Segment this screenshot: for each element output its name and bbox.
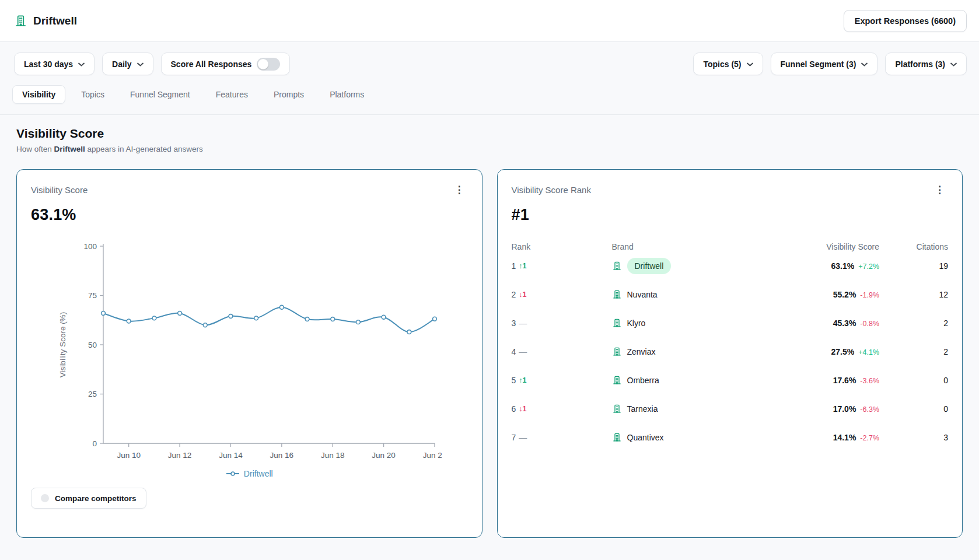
score-delta: -3.6% [860, 377, 879, 385]
brand-cell: Nuvanta [612, 289, 734, 299]
column-rank: Rank [512, 242, 612, 251]
rank-no-change-indicator: — [519, 347, 527, 356]
score-delta: +7.2% [858, 262, 879, 271]
table-row[interactable]: 2↓1Nuvanta55.2%-1.9%12 [512, 280, 949, 309]
legend-marker-icon [226, 471, 240, 477]
score-value: 17.0% [833, 404, 856, 414]
table-header: Rank Brand Visibility Score Citations [512, 242, 949, 251]
visibility-score-cell: 14.1%-2.7% [733, 433, 879, 442]
tab-visibility[interactable]: Visibility [12, 85, 65, 104]
rank-up-indicator: ↑1 [519, 376, 526, 384]
citations-cell: 19 [879, 261, 948, 271]
svg-text:25: 25 [88, 390, 97, 398]
svg-text:Visibility Score (%): Visibility Score (%) [58, 312, 67, 377]
building-icon [612, 375, 622, 385]
date-range-label: Last 30 days [24, 60, 73, 69]
rank-cell: 5↑1 [512, 376, 612, 385]
brand-name: Driftwell [627, 258, 672, 274]
table-row[interactable]: 3—Klyro45.3%-0.8%2 [512, 309, 949, 337]
filter-bar: Last 30 days Daily Score All Responses T… [0, 42, 979, 75]
toggle-knob [258, 59, 268, 69]
export-responses-button[interactable]: Export Responses (6600) [844, 10, 967, 32]
svg-text:Jun 14: Jun 14 [219, 451, 243, 460]
rank-number: 3 [512, 318, 516, 328]
rank-number: 7 [512, 433, 516, 442]
building-icon [612, 432, 622, 442]
tab-features[interactable]: Features [206, 85, 258, 104]
platforms-dropdown[interactable]: Platforms (3) [885, 52, 967, 75]
brand-name: Klyro [627, 318, 646, 328]
funnel-segment-label: Funnel Segment (3) [781, 60, 856, 69]
svg-text:Jun 22: Jun 22 [423, 451, 442, 460]
brand-name: Zenviax [627, 347, 656, 356]
rank-no-change-indicator: — [519, 318, 527, 328]
table-row[interactable]: 6↓1Tarnexia17.0%-6.3%0 [512, 394, 949, 423]
table-row[interactable]: 7—Quantivex14.1%-2.7%3 [512, 423, 949, 452]
rank-number: 5 [512, 376, 516, 385]
citations-cell: 0 [879, 376, 948, 385]
compare-competitors-button[interactable]: Compare competitors [31, 488, 146, 509]
brand-name: Quantivex [627, 433, 664, 442]
visibility-rank-value: #1 [512, 206, 949, 224]
table-row[interactable]: 5↑1Omberra17.6%-3.6%0 [512, 366, 949, 394]
compare-competitors-label: Compare competitors [55, 494, 137, 503]
line-chart-svg: 0255075100Jun 10Jun 12Jun 14Jun 16Jun 18… [57, 238, 442, 467]
brand-cell: Zenviax [612, 346, 734, 356]
score-delta: -6.3% [860, 405, 879, 414]
table-row[interactable]: 1↑1Driftwell63.1%+7.2%19 [512, 251, 949, 280]
brand-name: Nuvanta [627, 290, 658, 299]
building-icon [612, 346, 622, 356]
citations-cell: 0 [879, 404, 948, 414]
granularity-dropdown[interactable]: Daily [102, 52, 153, 75]
score-value: 27.5% [831, 347, 855, 356]
chevron-down-icon [861, 62, 868, 66]
visibility-score-value: 63.1% [31, 206, 468, 224]
granularity-label: Daily [112, 60, 131, 69]
topics-dropdown[interactable]: Topics (5) [693, 52, 763, 75]
legend-label: Driftwell [244, 469, 273, 478]
column-citations: Citations [879, 242, 948, 251]
main-tabs: Visibility Topics Funnel Segment Feature… [12, 85, 979, 104]
chevron-down-icon [78, 62, 85, 66]
rank-cell: 1↑1 [512, 261, 612, 271]
brand-cell: Driftwell [612, 258, 734, 274]
chart-legend: Driftwell [31, 469, 468, 478]
score-value: 14.1% [833, 433, 856, 442]
tab-topics[interactable]: Topics [71, 85, 114, 104]
table-row[interactable]: 4—Zenviax27.5%+4.1%2 [512, 337, 949, 366]
brand-cell: Klyro [612, 318, 734, 328]
score-value: 17.6% [833, 376, 856, 385]
rank-number: 1 [512, 261, 516, 271]
score-all-responses-control[interactable]: Score All Responses [161, 52, 291, 75]
building-icon [612, 261, 622, 271]
score-value: 45.3% [833, 318, 856, 328]
date-range-dropdown[interactable]: Last 30 days [14, 52, 95, 75]
visibility-score-cell: 27.5%+4.1% [733, 347, 879, 356]
card-menu-button[interactable]: ⋮ [451, 183, 468, 197]
card-title: Visibility Score [31, 185, 88, 195]
tab-prompts[interactable]: Prompts [264, 85, 314, 104]
score-all-responses-toggle[interactable] [257, 58, 280, 71]
rank-down-indicator: ↓1 [519, 405, 526, 413]
building-icon [612, 318, 622, 328]
card-menu-button[interactable]: ⋮ [931, 183, 948, 197]
rank-cell: 7— [512, 433, 612, 442]
rank-number: 4 [512, 347, 516, 356]
svg-text:0: 0 [93, 439, 97, 448]
rank-cell: 6↓1 [512, 404, 612, 414]
rank-up-indicator: ↑1 [519, 262, 526, 270]
rank-cell: 2↓1 [512, 290, 612, 299]
column-brand: Brand [612, 242, 734, 251]
table-body: 1↑1Driftwell63.1%+7.2%192↓1Nuvanta55.2%-… [512, 251, 949, 452]
tab-funnel-segment[interactable]: Funnel Segment [120, 85, 200, 104]
chevron-down-icon [950, 62, 957, 66]
visibility-line-chart: 0255075100Jun 10Jun 12Jun 14Jun 16Jun 18… [31, 238, 468, 467]
tab-platforms[interactable]: Platforms [320, 85, 374, 104]
funnel-segment-dropdown[interactable]: Funnel Segment (3) [771, 52, 878, 75]
app-title: Driftwell [33, 15, 77, 27]
rank-number: 6 [512, 404, 516, 414]
building-icon [612, 289, 622, 299]
visibility-score-cell: 63.1%+7.2% [733, 261, 879, 271]
score-delta: -0.8% [860, 320, 879, 328]
chevron-down-icon [137, 62, 144, 66]
